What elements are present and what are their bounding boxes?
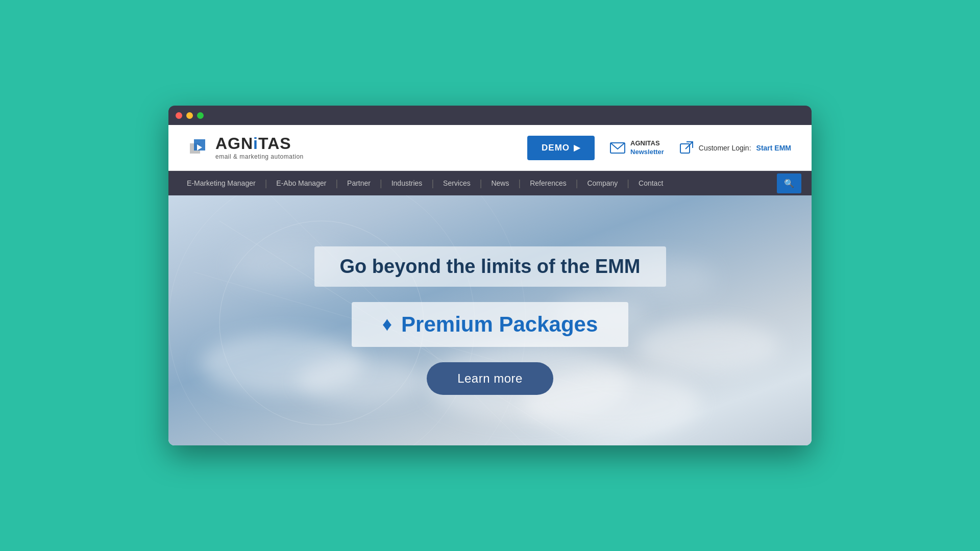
nav-link-services[interactable]: Services — [435, 171, 479, 195]
nav-item-news[interactable]: News — [483, 171, 517, 195]
svg-rect-4 — [680, 144, 690, 153]
nav-item-contact[interactable]: Contact — [630, 171, 671, 195]
demo-button[interactable]: DEMO ▶ — [527, 136, 595, 160]
diamond-icon: ♦ — [382, 313, 392, 335]
search-icon: 🔍 — [784, 179, 794, 188]
nav-link-industries[interactable]: Industries — [383, 171, 431, 195]
newsletter-text: AGNITAS Newsletter — [630, 139, 664, 157]
nav-item-references[interactable]: References — [522, 171, 575, 195]
nav-item-eabo[interactable]: E-Abo Manager — [268, 171, 334, 195]
nav-items: E-Marketing Manager | E-Abo Manager | Pa… — [179, 171, 772, 195]
nav-divider-8: | — [626, 178, 630, 189]
search-button[interactable]: 🔍 — [777, 173, 801, 193]
nav-item-services[interactable]: Services — [435, 171, 479, 195]
hero-title-box: Go beyond the limits of the EMM — [314, 246, 666, 287]
nav-divider-5: | — [479, 178, 483, 189]
external-link-icon — [679, 141, 694, 155]
logo-title: AGNiTAS — [215, 135, 304, 152]
logo-area: AGNiTAS email & marketing automation — [189, 135, 304, 160]
nav-link-references[interactable]: References — [522, 171, 575, 195]
newsletter-link[interactable]: AGNITAS Newsletter — [610, 139, 664, 157]
start-emm-link[interactable]: Start EMM — [756, 144, 791, 152]
header-actions: DEMO ▶ AGNITAS Newsletter — [527, 136, 791, 160]
nav-item-emarketing[interactable]: E-Marketing Manager — [179, 171, 264, 195]
nav-item-company[interactable]: Company — [579, 171, 626, 195]
nav-link-contact[interactable]: Contact — [630, 171, 671, 195]
nav-divider-4: | — [430, 178, 435, 189]
nav-link-news[interactable]: News — [483, 171, 517, 195]
mail-icon — [610, 142, 625, 154]
learn-more-button[interactable]: Learn more — [427, 362, 553, 395]
navbar: E-Marketing Manager | E-Abo Manager | Pa… — [168, 171, 812, 195]
nav-divider-7: | — [575, 178, 579, 189]
nav-item-industries[interactable]: Industries — [383, 171, 431, 195]
hero-content: Go beyond the limits of the EMM ♦ Premiu… — [314, 246, 666, 395]
close-dot[interactable] — [176, 112, 182, 119]
nav-link-emarketing[interactable]: E-Marketing Manager — [179, 171, 264, 195]
site-wrapper: AGNiTAS email & marketing automation DEM… — [168, 125, 812, 445]
nav-link-eabo[interactable]: E-Abo Manager — [268, 171, 334, 195]
minimize-dot[interactable] — [186, 112, 193, 119]
nav-divider-6: | — [517, 178, 522, 189]
customer-login-link[interactable]: Customer Login: Start EMM — [679, 141, 791, 155]
logo-text-area: AGNiTAS email & marketing automation — [215, 135, 304, 160]
site-header: AGNiTAS email & marketing automation DEM… — [168, 125, 812, 171]
logo-icon — [189, 137, 210, 159]
customer-login-prefix: Customer Login: — [699, 144, 751, 152]
hero-title: Go beyond the limits of the EMM — [340, 256, 641, 278]
logo-subtitle: email & marketing automation — [215, 153, 304, 160]
nav-divider-2: | — [334, 178, 339, 189]
browser-window: AGNiTAS email & marketing automation DEM… — [168, 106, 812, 445]
nav-divider-1: | — [264, 178, 268, 189]
nav-divider-3: | — [379, 178, 383, 189]
hero-premium-box: ♦ Premium Packages — [352, 302, 629, 347]
demo-arrow-icon: ▶ — [574, 143, 580, 153]
nav-link-partner[interactable]: Partner — [339, 171, 379, 195]
nav-item-partner[interactable]: Partner — [339, 171, 379, 195]
nav-link-company[interactable]: Company — [579, 171, 626, 195]
hero-section: Go beyond the limits of the EMM ♦ Premiu… — [168, 195, 812, 445]
hero-premium-text: Premium Packages — [401, 312, 598, 337]
browser-titlebar — [168, 106, 812, 125]
maximize-dot[interactable] — [197, 112, 204, 119]
